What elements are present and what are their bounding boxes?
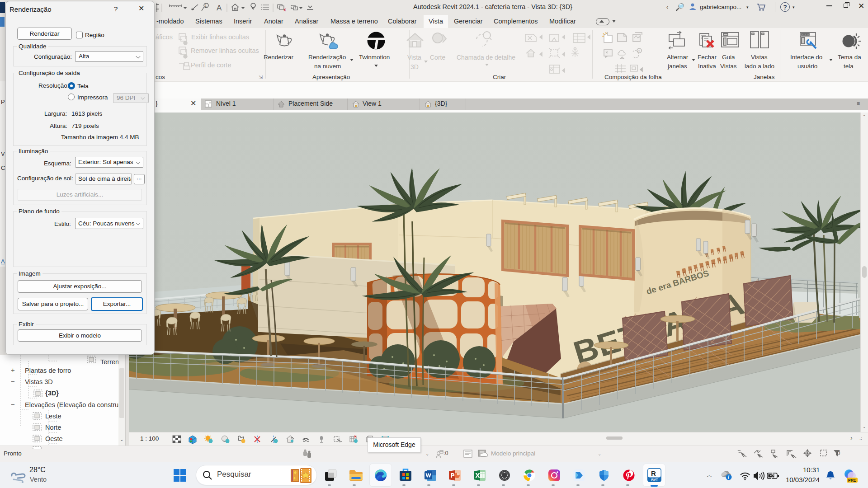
svg-text:1: 1 (205, 4, 207, 7)
svg-text:?: ? (638, 49, 640, 53)
svg-text:x: x (283, 7, 286, 12)
svg-text:i: i (728, 475, 729, 480)
svg-text:R: R (651, 469, 656, 477)
svg-text:PRE: PRE (848, 478, 856, 483)
svg-text:A: A (217, 4, 222, 12)
svg-text:RVT: RVT (651, 478, 658, 482)
